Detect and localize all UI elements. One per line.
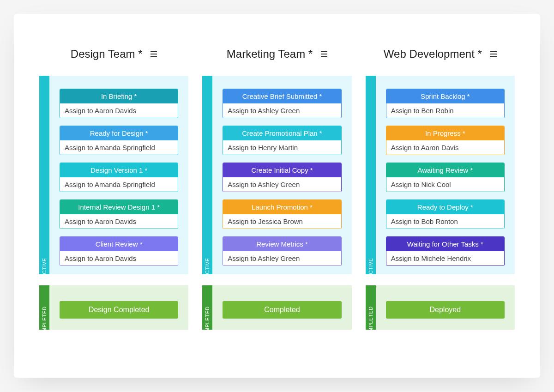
completed-panel: COMPLETED Design Completed [39, 285, 188, 330]
completed-panel: COMPLETED Completed [202, 285, 351, 330]
task-assign: Assign to Ashley Green [223, 103, 341, 118]
completed-panel: COMPLETED Deployed [366, 285, 515, 330]
task-card[interactable]: Client Review * Assign to Aaron Davids [60, 236, 178, 266]
task-assign: Assign to Nick Cool [386, 177, 504, 192]
column-title: Web Development * [384, 48, 482, 60]
task-card[interactable]: In Briefing * Assign to Aaron Davids [60, 89, 178, 118]
task-card[interactable]: Sprint Backlog * Assign to Ben Robin [386, 89, 505, 118]
completed-tab-label: COMPLETED [205, 307, 210, 340]
task-card[interactable]: Review Metrics * Assign to Ashley Green [223, 236, 341, 266]
completed-tab[interactable]: COMPLETED [366, 285, 376, 330]
task-title: Ready for Design * [60, 126, 178, 140]
task-card[interactable]: Internal Review Design 1 * Assign to Aar… [60, 199, 178, 229]
task-card[interactable]: In Progress * Assign to Aaron Davis [386, 126, 505, 155]
task-title: In Briefing * [60, 89, 178, 103]
active-panel: ACTIVE Creative Brief Submitted * Assign… [202, 76, 351, 274]
task-assign: Assign to Aaron Davids [60, 214, 178, 229]
active-tab[interactable]: ACTIVE [366, 76, 376, 274]
task-card[interactable]: Design Version 1 * Assign to Amanda Spri… [60, 163, 178, 192]
completed-tab[interactable]: COMPLETED [202, 285, 212, 330]
column-header: Web Development * [366, 46, 515, 62]
task-assign: Assign to Aaron Davids [60, 251, 178, 265]
task-assign: Assign to Ashley Green [223, 177, 341, 192]
column-header: Design Team * [39, 46, 188, 62]
task-assign: Assign to Amanda Springfield [60, 140, 178, 155]
active-panel-body: In Briefing * Assign to Aaron Davids Rea… [49, 76, 188, 274]
active-panel-body: Creative Brief Submitted * Assign to Ash… [212, 76, 351, 274]
task-card[interactable]: Ready for Design * Assign to Amanda Spri… [60, 126, 178, 155]
task-title: Launch Promotion * [223, 200, 341, 214]
task-title: In Progress * [386, 126, 504, 140]
active-tab-label: ACTIVE [368, 258, 373, 278]
task-card[interactable]: Creative Brief Submitted * Assign to Ash… [223, 89, 341, 118]
task-assign: Assign to Ben Robin [386, 103, 504, 118]
task-title: Review Metrics * [223, 237, 341, 251]
column-menu-icon[interactable] [321, 51, 327, 57]
completed-tab-label: COMPLETED [368, 307, 373, 340]
task-assign: Assign to Bob Ronton [386, 214, 504, 229]
task-assign: Assign to Ashley Green [223, 251, 341, 265]
task-title: Internal Review Design 1 * [60, 200, 178, 214]
column-menu-icon[interactable] [490, 51, 497, 57]
active-tab[interactable]: ACTIVE [39, 76, 49, 274]
column-design-team: Design Team * ACTIVE In Briefing * Assig… [39, 46, 188, 341]
completed-button[interactable]: Completed [223, 301, 341, 319]
column-marketing-team: Marketing Team * ACTIVE Creative Brief S… [202, 46, 351, 341]
task-card[interactable]: Ready to Deploy * Assign to Bob Ronton [386, 199, 505, 229]
task-title: Awaiting Review * [386, 163, 504, 177]
completed-panel-body: Deployed [376, 285, 515, 330]
column-title: Design Team * [71, 48, 143, 60]
task-card[interactable]: Launch Promotion * Assign to Jessica Bro… [223, 199, 341, 229]
task-title: Creative Brief Submitted * [223, 89, 341, 103]
task-card[interactable]: Create Promotional Plan * Assign to Henr… [223, 126, 341, 155]
task-assign: Assign to Henry Martin [223, 140, 341, 155]
column-title: Marketing Team * [227, 48, 313, 60]
task-title: Create Promotional Plan * [223, 126, 341, 140]
active-panel: ACTIVE Sprint Backlog * Assign to Ben Ro… [366, 76, 515, 274]
task-card[interactable]: Waiting for Other Tasks * Assign to Mich… [386, 236, 505, 266]
completed-tab[interactable]: COMPLETED [39, 285, 49, 330]
completed-button[interactable]: Deployed [386, 301, 505, 319]
task-title: Ready to Deploy * [386, 200, 504, 214]
task-assign: Assign to Jessica Brown [223, 214, 341, 229]
task-card[interactable]: Awaiting Review * Assign to Nick Cool [386, 163, 505, 192]
task-title: Design Version 1 * [60, 163, 178, 177]
task-assign: Assign to Amanda Springfield [60, 177, 178, 192]
task-title: Create Initial Copy * [223, 163, 341, 177]
active-tab-label: ACTIVE [42, 258, 47, 278]
task-assign: Assign to Michele Hendrix [386, 251, 504, 265]
column-web-development: Web Development * ACTIVE Sprint Backlog … [366, 46, 515, 341]
task-title: Client Review * [60, 237, 178, 251]
task-title: Waiting for Other Tasks * [386, 237, 504, 251]
column-menu-icon[interactable] [151, 51, 157, 57]
task-card[interactable]: Create Initial Copy * Assign to Ashley G… [223, 163, 341, 192]
column-header: Marketing Team * [202, 46, 351, 62]
completed-button[interactable]: Design Completed [60, 301, 178, 319]
completed-panel-body: Design Completed [49, 285, 188, 330]
completed-panel-body: Completed [212, 285, 351, 330]
active-panel: ACTIVE In Briefing * Assign to Aaron Dav… [39, 76, 188, 274]
active-tab-label: ACTIVE [205, 258, 210, 278]
completed-tab-label: COMPLETED [42, 307, 47, 340]
task-assign: Assign to Aaron Davids [60, 103, 178, 118]
task-assign: Assign to Aaron Davis [386, 140, 504, 155]
board-canvas: Design Team * ACTIVE In Briefing * Assig… [14, 14, 540, 378]
active-panel-body: Sprint Backlog * Assign to Ben Robin In … [376, 76, 515, 274]
task-title: Sprint Backlog * [386, 89, 504, 103]
active-tab[interactable]: ACTIVE [202, 76, 212, 274]
